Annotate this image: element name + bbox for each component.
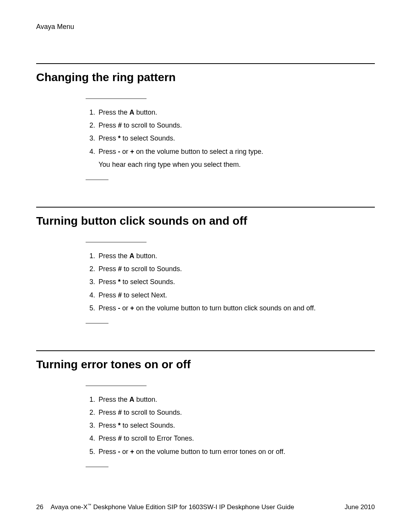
step-item: Press # to select Next.	[97, 289, 375, 302]
section-divider	[36, 350, 375, 351]
key-label: -	[118, 304, 120, 312]
page-number: 26	[36, 503, 51, 511]
key-label: *	[118, 134, 121, 142]
key-label: -	[118, 148, 120, 155]
footer-title-pre: Avaya one-X	[51, 503, 88, 511]
step-item: Press # to scroll to Sounds.	[97, 262, 375, 275]
footer-date: June 2010	[345, 503, 375, 511]
step-list: Press the A button.Press # to scroll to …	[86, 393, 375, 458]
key-label: A	[129, 109, 134, 116]
key-label: A	[129, 252, 134, 260]
section-divider	[36, 63, 375, 64]
key-label: #	[118, 265, 122, 273]
step-item: Press * to select Sounds.	[97, 275, 375, 288]
step-item: Press the A button.	[97, 393, 375, 406]
step-item: Press * to select Sounds.	[97, 132, 375, 145]
document-page: Avaya Menu Changing the ring patternPres…	[0, 0, 411, 532]
key-label: +	[130, 304, 134, 312]
short-divider	[86, 466, 108, 467]
step-item: Press # to scroll to Sounds.	[97, 119, 375, 132]
key-label: #	[118, 435, 122, 442]
step-item: Press - or + on the volume button to tur…	[97, 445, 375, 458]
key-label: #	[118, 291, 122, 299]
step-note: You hear each ring type when you select …	[99, 158, 375, 171]
step-list: Press the A button.Press # to scroll to …	[86, 106, 375, 171]
short-divider	[86, 98, 147, 99]
sections-container: Changing the ring patternPress the A but…	[36, 63, 375, 467]
step-item: Press - or + on the volume button to tur…	[97, 302, 375, 315]
step-item: Press * to select Sounds.	[97, 419, 375, 432]
section-title: Turning error tones on or off	[36, 358, 375, 371]
step-item: Press the A button.	[97, 106, 375, 119]
section-divider	[36, 207, 375, 208]
key-label: *	[118, 422, 121, 429]
step-list: Press the A button.Press # to scroll to …	[86, 249, 375, 315]
page-footer: 26 Avaya one-X™ Deskphone Value Edition …	[36, 503, 375, 511]
short-divider	[86, 242, 147, 243]
key-label: #	[118, 409, 122, 416]
short-divider	[86, 179, 108, 180]
short-divider	[86, 385, 147, 386]
short-divider	[86, 323, 108, 324]
section-title: Turning button click sounds on and off	[36, 214, 375, 227]
footer-title-post: Deskphone Value Edition SIP for 1603SW-I…	[91, 503, 294, 511]
key-label: -	[118, 448, 120, 455]
key-label: A	[129, 396, 134, 403]
step-item: Press # to scroll to Sounds.	[97, 406, 375, 419]
key-label: +	[130, 448, 134, 455]
step-item: Press the A button.	[97, 249, 375, 262]
key-label: +	[130, 148, 134, 155]
key-label: *	[118, 278, 121, 286]
step-item: Press # to scroll to Error Tones.	[97, 432, 375, 445]
section: Turning error tones on or offPress the A…	[36, 350, 375, 467]
footer-title: Avaya one-X™ Deskphone Value Edition SIP…	[51, 503, 345, 511]
page-header: Avaya Menu	[36, 23, 375, 31]
key-label: #	[118, 121, 122, 129]
section: Turning button click sounds on and offPr…	[36, 207, 375, 324]
step-item: Press - or + on the volume button to sel…	[97, 145, 375, 171]
trademark-symbol: ™	[88, 503, 91, 507]
section-title: Changing the ring pattern	[36, 71, 375, 84]
section: Changing the ring patternPress the A but…	[36, 63, 375, 180]
